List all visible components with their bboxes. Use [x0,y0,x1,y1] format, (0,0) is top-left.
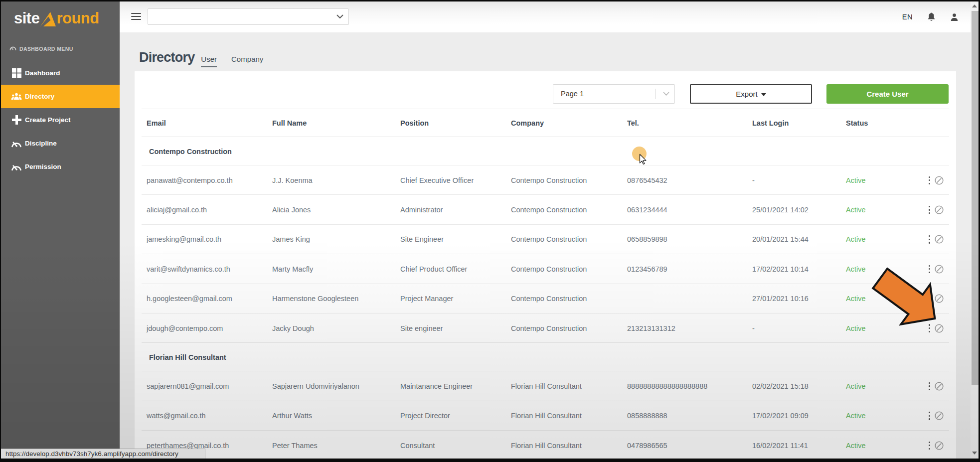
table-body: Contempo Constructionpanawatt@contempo.c… [135,137,956,459]
deactivate-user-ban-icon[interactable] [935,294,944,305]
cell-company: Florian Hill Consultant [511,431,582,459]
group-row: Florian Hill Consultant [135,343,956,371]
export-button[interactable]: Export [690,84,812,104]
brand-logo[interactable]: site round [14,7,99,27]
notifications-bell-icon[interactable] [927,12,936,22]
cell-email: sapjarern081@gmail.com [147,371,229,401]
deactivate-user-ban-icon[interactable] [935,411,944,422]
user-account-icon[interactable] [950,13,959,21]
project-select-dropdown[interactable] [148,8,349,25]
table-row[interactable]: jdough@contempo.comJacky DoughSite engin… [135,313,956,343]
cell-email: aliciaj@gmail.co.th [147,195,207,224]
dashboard-menu-icon [9,45,16,52]
application-window: site round DASHBOARD MENU DashboardDirec… [1,1,979,459]
cell-full-name: J.J. Koenma [272,165,313,195]
cell-email: jdough@contempo.com [147,313,223,343]
scrollbar[interactable] [971,1,979,459]
table-row[interactable]: aliciaj@gmail.co.thAlicia JonesAdministr… [135,195,956,224]
table-header: EmailFull NamePositionCompanyTel.Last Lo… [135,109,956,137]
cell-last-login: 17/02/2021 10:14 [752,254,809,284]
row-menu-kebab-icon[interactable] [926,174,933,186]
row-menu-kebab-icon[interactable] [926,440,933,452]
cell-last-login: 25/01/2021 14:02 [752,195,809,224]
table-row[interactable]: panawatt@contempo.co.thJ.J. KoenmaChief … [135,165,956,195]
topbar: EN [120,1,971,32]
table-row[interactable]: peterthames@gmail.co.thPeter ThamesConsu… [135,431,956,459]
cell-email: watts@gmail.co.th [147,401,206,431]
hamburger-menu-button[interactable] [131,13,141,20]
deactivate-user-ban-icon[interactable] [935,382,944,393]
row-menu-kebab-icon[interactable] [926,263,933,275]
deactivate-user-ban-icon[interactable] [935,441,944,452]
table-row[interactable]: sapjarern081@gmail.comSapjarern Udomviri… [135,371,956,401]
table-row[interactable]: jamesking@gmail.co.thJames KingSite Engi… [135,225,956,254]
cell-full-name: Peter Thames [272,431,318,459]
cell-position: Site engineer [400,313,443,343]
main-content: Directory UserCompany Page 1 Export Crea… [120,32,971,459]
tab-user[interactable]: User [201,55,217,67]
table-controls: Page 1 Export Create User [135,71,956,109]
table-row[interactable]: watts@gmail.co.thArthur WattsProject Dir… [135,401,956,431]
row-menu-kebab-icon[interactable] [926,204,933,216]
logo-triangle-icon [40,12,56,26]
cell-full-name: Marty Macfly [272,254,313,284]
sidebar-item-label: Dashboard [25,69,60,77]
cell-email: jamesking@gmail.co.th [147,225,221,254]
plus-icon [11,115,22,126]
row-menu-kebab-icon[interactable] [926,233,933,245]
column-header-status: Status [846,109,868,137]
caret-down-icon [761,93,766,96]
deactivate-user-ban-icon[interactable] [935,324,944,335]
row-menu-kebab-icon[interactable] [926,322,933,334]
directory-card: Page 1 Export Create User EmailFull Name… [135,71,956,459]
cell-status: Active [846,313,866,343]
scrollbar-down-arrow[interactable] [971,450,979,457]
cell-last-login: 16/02/2021 11:41 [752,431,808,459]
cell-last-login: 20/01/2021 15:44 [752,225,809,254]
cell-tel: 213213131312 [627,313,675,343]
scrollbar-thumb[interactable] [972,11,979,385]
logo-text-round: round [56,9,99,27]
row-menu-kebab-icon[interactable] [926,410,933,422]
column-header-full-name: Full Name [272,109,307,137]
cell-last-login: 17/02/2021 09:09 [752,401,809,431]
sidebar-item-dashboard[interactable]: Dashboard [1,61,120,85]
table-row[interactable]: h.googlesteen@gmail.comHarmenstone Googl… [135,284,956,313]
language-selector[interactable]: EN [902,13,913,21]
sidebar-menu: DashboardDirectoryCreate ProjectDiscipli… [1,61,120,178]
cell-status: Active [846,254,866,284]
cell-position: Project Director [400,401,450,431]
tab-company[interactable]: Company [231,55,263,67]
page-title: Directory [139,50,194,65]
cell-status: Active [846,431,866,459]
page-select-dropdown[interactable]: Page 1 [553,84,675,104]
cell-position: Site Engineer [400,225,444,254]
cell-company: Florian Hill Consultant [511,371,582,401]
deactivate-user-ban-icon[interactable] [935,176,944,187]
cell-full-name: Arthur Watts [272,401,312,431]
cell-position: Chief Product Officer [400,254,467,284]
cell-status: Active [846,371,866,401]
deactivate-user-ban-icon[interactable] [935,205,944,216]
chevron-down-icon [663,92,669,96]
row-menu-kebab-icon[interactable] [926,293,933,305]
gauge-icon [11,138,22,149]
row-menu-kebab-icon[interactable] [926,380,933,392]
scrollbar-up-arrow[interactable] [971,2,979,9]
cell-status: Active [846,284,866,313]
cell-email: h.googlesteen@gmail.com [147,284,232,313]
sidebar-item-directory[interactable]: Directory [1,85,120,108]
table-row[interactable]: varit@swiftdynamics.co.thMarty MacflyChi… [135,254,956,284]
sidebar-item-permission[interactable]: Permission [1,155,120,178]
cell-full-name: Harmenstone Googlesteen [272,284,358,313]
cell-status: Active [846,401,866,431]
cell-tel: 0876545432 [627,165,667,195]
gauge-icon [11,161,22,172]
sidebar-item-discipline[interactable]: Discipline [1,132,120,155]
sidebar-item-create-project[interactable]: Create Project [1,108,120,132]
cell-position: Chief Executive Officer [400,165,474,195]
create-user-button[interactable]: Create User [826,84,949,104]
deactivate-user-ban-icon[interactable] [935,235,944,246]
cell-tel: 0631234444 [627,195,667,224]
deactivate-user-ban-icon[interactable] [935,265,944,276]
